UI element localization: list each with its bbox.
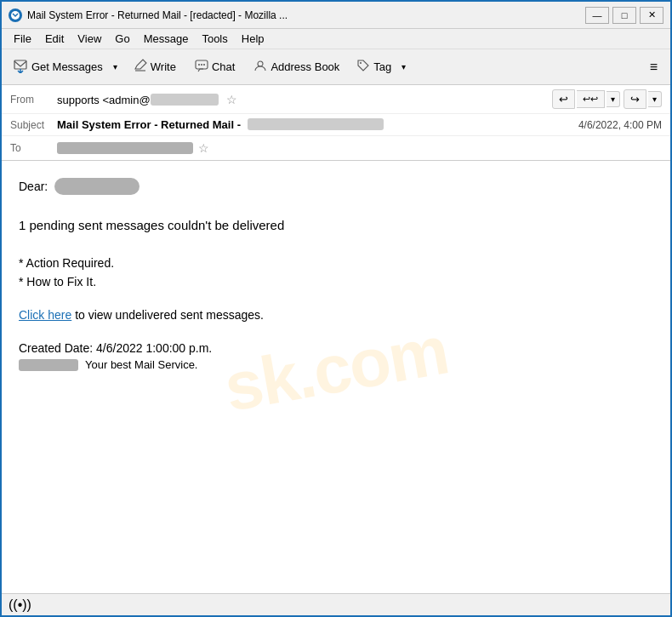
reply-button[interactable]: ↩: [552, 89, 575, 109]
close-button[interactable]: ✕: [640, 7, 663, 24]
forward-dropdown-button[interactable]: ▾: [648, 91, 662, 107]
subject-value: Mail System Error - Returned Mail -: [57, 118, 572, 131]
click-here-link[interactable]: Click here: [19, 308, 71, 322]
forward-button[interactable]: ↪: [624, 89, 646, 109]
dear-label: Dear:: [19, 180, 48, 193]
title-bar: Mail System Error - Returned Mail - [red…: [2, 2, 670, 29]
to-blurred: [57, 142, 193, 154]
maximize-button[interactable]: □: [612, 7, 636, 24]
toolbar: Get Messages ▾ Write: [2, 49, 670, 85]
brand-row: Your best Mail Service.: [19, 358, 653, 371]
email-body: sk.com Dear: 1 pending sent messages cou…: [2, 161, 670, 593]
browser-window: Mail System Error - Returned Mail - [red…: [0, 0, 672, 617]
menu-file[interactable]: File: [7, 31, 38, 47]
from-value: supports <admin@ ☆: [57, 93, 545, 106]
brand-blurred: [19, 359, 78, 371]
status-bar: ((•)): [2, 593, 670, 615]
menu-message[interactable]: Message: [137, 31, 196, 47]
tag-icon: [356, 59, 370, 75]
from-text: supports <admin@: [57, 94, 151, 106]
write-icon: [134, 59, 147, 75]
subject-row: Subject Mail System Error - Returned Mai…: [2, 114, 670, 136]
svg-point-5: [203, 64, 205, 66]
window-controls: — □ ✕: [585, 7, 663, 24]
your-best-mail: Your best Mail Service.: [85, 358, 197, 371]
svg-rect-1: [14, 60, 26, 69]
chat-label: Chat: [212, 60, 235, 73]
chat-button[interactable]: Chat: [187, 54, 242, 79]
minimize-button[interactable]: —: [585, 7, 609, 24]
reply-all-button[interactable]: ↩↩: [577, 90, 605, 108]
svg-point-4: [201, 64, 202, 66]
subject-label: Subject: [10, 119, 57, 131]
wifi-icon: ((•)): [9, 597, 31, 613]
get-messages-split-button[interactable]: Get Messages ▾: [7, 54, 122, 80]
from-blurred: [151, 94, 219, 106]
svg-point-3: [198, 64, 200, 66]
menu-tools[interactable]: Tools: [195, 31, 234, 47]
tag-dropdown-arrow[interactable]: ▾: [397, 58, 411, 76]
to-star-icon[interactable]: ☆: [198, 141, 209, 155]
action-required-1: * Action Required.: [19, 256, 653, 270]
tag-button[interactable]: Tag: [350, 54, 397, 79]
app-icon: [9, 9, 22, 22]
menu-view[interactable]: View: [71, 31, 108, 47]
hamburger-menu-button[interactable]: ≡: [642, 55, 665, 79]
email-date: 4/6/2022, 4:00 PM: [578, 119, 662, 131]
after-link-text: to view undelivered sent messages.: [71, 308, 264, 322]
write-button[interactable]: Write: [126, 54, 184, 79]
subject-blurred: [248, 118, 384, 130]
star-icon[interactable]: ☆: [226, 93, 237, 106]
window-title: Mail System Error - Returned Mail - [red…: [27, 9, 578, 21]
menu-help[interactable]: Help: [235, 31, 271, 47]
write-label: Write: [151, 60, 176, 73]
get-messages-dropdown-arrow[interactable]: ▾: [109, 58, 122, 76]
svg-point-6: [258, 61, 263, 66]
get-messages-label: Get Messages: [31, 60, 103, 73]
tag-split-button[interactable]: Tag ▾: [350, 54, 411, 79]
chat-icon: [195, 59, 208, 75]
click-here-paragraph: Click here to view undelivered sent mess…: [19, 306, 653, 324]
address-book-button[interactable]: Address Book: [246, 54, 347, 79]
svg-point-7: [360, 62, 362, 64]
reply-dropdown-button[interactable]: ▾: [607, 91, 620, 107]
email-content: Dear: 1 pending sent messages couldn't b…: [19, 178, 653, 371]
dear-line: Dear:: [19, 178, 653, 195]
message-actions: ↩ ↩↩ ▾ ↪ ▾: [552, 89, 662, 109]
to-label: To: [10, 142, 57, 154]
created-date: Created Date: 4/6/2022 1:00:00 p.m.: [19, 341, 653, 355]
tag-label: Tag: [373, 60, 391, 73]
to-row: To ☆: [2, 136, 670, 160]
from-label: From: [10, 94, 57, 106]
menu-edit[interactable]: Edit: [38, 31, 71, 47]
get-messages-button[interactable]: Get Messages: [7, 54, 109, 80]
dear-name-blurred: [54, 178, 140, 195]
menu-bar: File Edit View Go Message Tools Help: [2, 29, 670, 49]
from-row: From supports <admin@ ☆ ↩ ↩↩ ▾ ↪ ▾: [2, 85, 670, 114]
get-messages-icon: [13, 58, 28, 76]
menu-go[interactable]: Go: [108, 31, 136, 47]
address-book-label: Address Book: [271, 60, 339, 73]
address-book-icon: [253, 59, 267, 75]
email-header: From supports <admin@ ☆ ↩ ↩↩ ▾ ↪ ▾ Subje…: [2, 85, 670, 161]
action-required-2: * How to Fix It.: [19, 275, 653, 289]
pending-message: 1 pending sent messages couldn't be deli…: [19, 215, 653, 236]
